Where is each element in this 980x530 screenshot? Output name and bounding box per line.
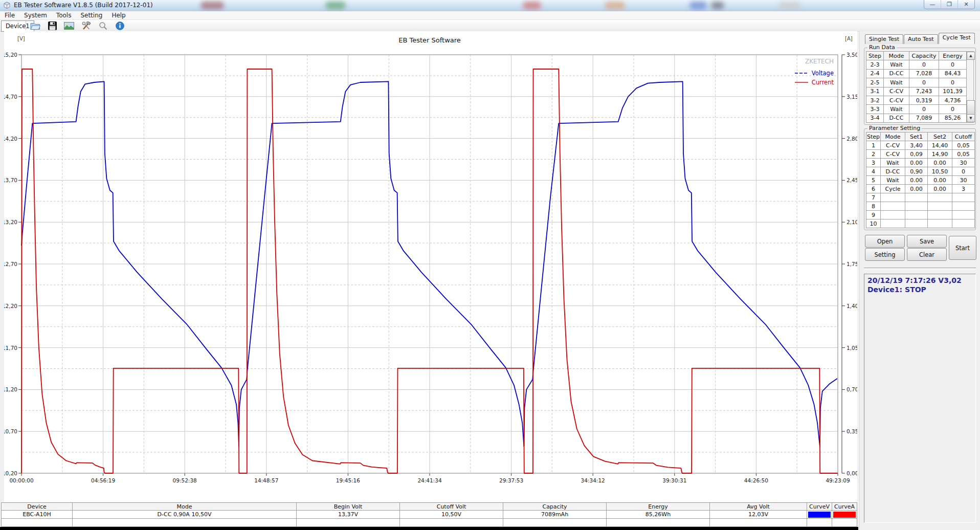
cell: 0,05 — [952, 150, 975, 159]
scroll-up-icon[interactable]: ▲ — [967, 52, 975, 60]
cell — [928, 219, 952, 228]
close-icon[interactable]: ✕ — [958, 0, 974, 9]
summary-cell: 7089mAh — [503, 511, 607, 519]
summary-cell — [73, 519, 297, 527]
cell — [905, 193, 928, 202]
restore-icon[interactable]: ❐ — [941, 0, 958, 9]
cell: D-CC — [884, 114, 909, 122]
summary-cell — [710, 519, 807, 527]
setting-button[interactable]: Setting — [865, 248, 905, 261]
cell: 3 — [952, 185, 975, 193]
summary-header: Device — [1, 502, 73, 511]
cell — [881, 219, 905, 228]
y-right-tick-label: 0,70 — [847, 386, 857, 392]
column-header: Set1 — [905, 132, 928, 141]
run-data-row[interactable]: 3-4D-CC7,08985,26 — [866, 114, 967, 122]
tools-icon[interactable] — [80, 20, 92, 31]
run-data-scrollbar[interactable]: ▲ ▼ — [967, 51, 974, 123]
y-right-tick-label: 1,75 — [847, 261, 857, 267]
summary-header: Energy — [607, 502, 710, 511]
save-icon[interactable] — [47, 20, 58, 31]
chart-area[interactable]: 15,2014,7014,2013,7013,2012,7012,2011,70… — [4, 31, 857, 502]
cell: 1 — [866, 141, 881, 150]
titlebar-reflection — [523, 2, 541, 9]
menu-item-file[interactable]: File — [0, 12, 19, 19]
y-left-tick-label: 14,70 — [4, 94, 17, 100]
menu-item-setting[interactable]: Setting — [76, 12, 107, 19]
y-left-tick-label: 14,20 — [4, 136, 17, 142]
y-left-tick-label: 11,20 — [4, 386, 17, 392]
run-data-row[interactable]: 3-3Wait00 — [866, 105, 967, 114]
minimize-icon[interactable]: — — [924, 0, 941, 9]
cell: 5 — [866, 176, 881, 185]
titlebar[interactable]: EB Tester Software V1.8.5 (Build 2017-12… — [0, 0, 980, 12]
menu-item-system[interactable]: System — [19, 12, 52, 19]
open-button[interactable]: Open — [865, 235, 905, 248]
cell: 0 — [939, 105, 967, 114]
scrollbar-thumb[interactable] — [967, 100, 975, 115]
parameter-setting-group-label: Parameter Setting — [867, 125, 922, 131]
parameter-row[interactable]: 4D-CC0,9010,500 — [866, 167, 975, 176]
menu-item-tools[interactable]: Tools — [52, 12, 76, 19]
about-icon[interactable] — [114, 20, 125, 31]
parameter-row[interactable]: 1C-CV3,4014,400,05 — [866, 141, 975, 150]
tab-auto-test[interactable]: Auto Test — [904, 34, 938, 44]
tab-single-test[interactable]: Single Test — [865, 34, 903, 44]
cell: 0.00 — [928, 159, 952, 167]
clear-button[interactable]: Clear — [907, 248, 947, 261]
save-button[interactable]: Save — [907, 235, 947, 248]
cell: 3-1 — [866, 87, 884, 96]
cell: 3 — [866, 159, 881, 167]
side-panel: Single TestAuto TestCycle Test Run Data … — [859, 31, 980, 530]
run-data-row[interactable]: 2-5Wait00 — [866, 78, 967, 87]
parameter-row[interactable]: 2C-CV0,0914,900,05 — [866, 150, 975, 159]
y-right-tick-label: 0,00 — [847, 470, 857, 476]
y-right-axis-unit: [A] — [845, 36, 853, 41]
cell: 0,09 — [905, 150, 928, 159]
parameter-row[interactable]: 9 — [866, 211, 975, 219]
cell: 6 — [866, 185, 881, 193]
parameter-header-row: StepModeSet1Set2Cutoff — [866, 132, 975, 141]
export-image-icon[interactable] — [63, 20, 75, 31]
menu-item-help[interactable]: Help — [107, 12, 130, 19]
parameter-row[interactable]: 6Cycle0.000.003 — [866, 185, 975, 193]
summary-row[interactable]: EBC-A10HD-CC 0,90A 10,50V13,37V10,50V708… — [1, 511, 857, 519]
parameter-row[interactable]: 8 — [866, 202, 975, 211]
run-data-row[interactable]: 2-4D-CC7,02884,43 — [866, 69, 967, 78]
cell: 0.00 — [905, 159, 928, 167]
run-data-row[interactable]: 3-1C-CV7,243101,39 — [866, 87, 967, 96]
cell: 3-4 — [866, 114, 884, 122]
cell: 3-2 — [866, 96, 884, 104]
cell: C-CV — [881, 141, 905, 150]
open-file-icon[interactable] — [30, 20, 41, 31]
zoom-icon[interactable] — [97, 20, 108, 31]
summary-header: Avg Volt — [710, 502, 807, 511]
column-header: Mode — [881, 132, 905, 141]
y-right-tick-label: 2,45 — [847, 177, 857, 183]
curve-a-swatch — [833, 512, 856, 518]
start-button[interactable]: Start — [949, 236, 976, 260]
summary-header: Cutoff Volt — [400, 502, 503, 511]
tab-cycle-test[interactable]: Cycle Test — [939, 33, 975, 44]
run-data-table: StepModeCapacityEnergy2-3Wait002-4D-CC7,… — [866, 51, 967, 123]
summary-row[interactable] — [1, 519, 857, 527]
y-left-tick-label: 12,20 — [4, 303, 17, 309]
cell — [905, 202, 928, 211]
parameter-row[interactable]: 7 — [866, 193, 975, 202]
parameter-setting-group: Parameter Setting StepModeSet1Set2Cutoff… — [864, 128, 976, 230]
device-tab[interactable]: Device1 — [1, 20, 34, 32]
cell: 0 — [909, 105, 939, 114]
column-header: Set2 — [928, 132, 952, 141]
cell: 7,243 — [909, 87, 939, 96]
scroll-down-icon[interactable]: ▼ — [967, 114, 975, 122]
summary-cell — [400, 519, 503, 527]
parameter-row[interactable]: 5Wait0.000.0030 — [866, 176, 975, 185]
parameter-row[interactable]: 10 — [866, 219, 975, 228]
cell: 0 — [909, 60, 939, 69]
run-data-row[interactable]: 3-2C-CV0,3194,736 — [866, 96, 967, 104]
cell: C-CV — [884, 87, 909, 96]
parameter-row[interactable]: 3Wait0.000.0030 — [866, 159, 975, 167]
cell: 7 — [866, 193, 881, 202]
run-data-row[interactable]: 2-3Wait00 — [866, 60, 967, 69]
cell: 0 — [939, 78, 967, 87]
